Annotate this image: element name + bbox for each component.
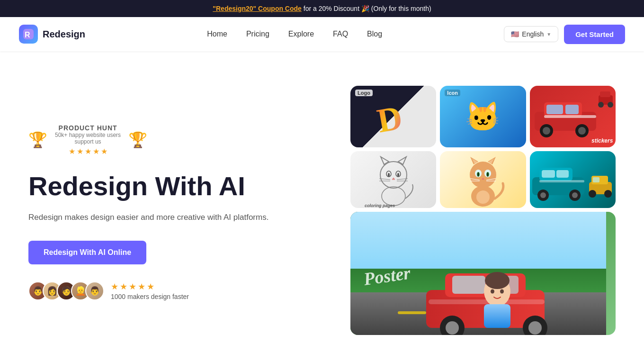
svg-point-48 xyxy=(476,190,490,204)
nav-pricing[interactable]: Pricing xyxy=(246,30,269,38)
navbar-right: 🇺🇸 English ▼ Get Started xyxy=(504,25,625,44)
images-top-row: Logo D xyxy=(350,86,616,147)
svg-point-29 xyxy=(382,187,405,206)
hero-left: 🏆 Product Hunt 50k+ happy website users … xyxy=(28,124,289,301)
svg-point-8 xyxy=(543,127,550,135)
svg-point-14 xyxy=(598,102,604,108)
cars-top-image: stickers xyxy=(530,86,616,147)
svg-rect-71 xyxy=(452,276,485,294)
language-selector[interactable]: 🇺🇸 English ▼ xyxy=(504,26,558,42)
svg-point-82 xyxy=(500,290,504,294)
wreath-left-icon: 🏆 xyxy=(28,132,47,147)
navbar: R Redesign Home Pricing Explore FAQ Blog… xyxy=(0,17,644,51)
ph-stars: ★ ★ ★ ★ ★ xyxy=(55,147,121,156)
cars-row2-image-card xyxy=(530,151,616,208)
logo-image: Logo D xyxy=(350,86,436,147)
social-proof-text: ★ ★ ★ ★ ★ 1000 makers design faster xyxy=(111,281,189,300)
nav-faq[interactable]: FAQ xyxy=(333,30,348,38)
maker-count: 1000 makers design faster xyxy=(111,293,189,300)
icon-image: Icon 🐱 xyxy=(440,86,526,147)
hero-images: Logo D xyxy=(350,86,616,339)
chevron-down-icon: ▼ xyxy=(546,32,551,37)
coupon-code: "Redesign20" Coupon Code xyxy=(213,5,302,12)
svg-point-15 xyxy=(608,102,613,108)
svg-text:R: R xyxy=(25,31,30,39)
svg-point-17 xyxy=(380,162,407,188)
hero-section: 🏆 Product Hunt 50k+ happy website users … xyxy=(0,51,644,362)
navbar-nav: Home Pricing Explore FAQ Blog xyxy=(207,30,382,38)
ph-support: support us xyxy=(55,138,121,145)
cars-row2-image xyxy=(530,151,616,208)
ph-title: Product Hunt xyxy=(55,124,121,132)
svg-rect-66 xyxy=(398,311,426,314)
ph-wreath: 🏆 Product Hunt 50k+ happy website users … xyxy=(28,124,147,156)
rating-stars: ★ ★ ★ ★ ★ xyxy=(111,281,189,292)
logo-text: Redesign xyxy=(43,29,85,40)
poster-image-card: Poster xyxy=(350,212,616,335)
svg-text:coloring pages: coloring pages xyxy=(365,203,395,208)
nav-home[interactable]: Home xyxy=(207,30,227,38)
svg-rect-60 xyxy=(593,177,599,182)
nav-blog[interactable]: Blog xyxy=(367,30,382,38)
svg-point-80 xyxy=(485,272,510,289)
nav-explore[interactable]: Explore xyxy=(288,30,314,38)
svg-point-62 xyxy=(604,190,612,198)
svg-rect-5 xyxy=(546,105,563,114)
svg-point-54 xyxy=(540,192,546,198)
svg-rect-13 xyxy=(600,91,610,97)
hero-subtitle: Redesign makes design easier and more cr… xyxy=(28,211,289,224)
svg-point-10 xyxy=(578,127,586,135)
logo-image-card: Logo D xyxy=(350,86,436,147)
coloring-image: coloring pages xyxy=(350,151,436,208)
svg-rect-52 xyxy=(556,170,569,178)
svg-rect-11 xyxy=(544,115,596,118)
hero-title: Redesign With AI xyxy=(28,171,289,201)
product-hunt-badge: 🏆 Product Hunt 50k+ happy website users … xyxy=(28,124,147,156)
svg-point-23 xyxy=(397,173,399,177)
images-middle-row: coloring pages xyxy=(350,151,616,208)
social-proof: 👨 👩 🧑 👱 👨 ★ ★ ★ ★ ★ 1000 makers design f… xyxy=(28,281,289,300)
logo-link[interactable]: R Redesign xyxy=(19,25,85,44)
lang-label: English xyxy=(522,30,544,38)
svg-point-40 xyxy=(478,172,479,176)
top-banner: "Redesign20" Coupon Code for a 20% Disco… xyxy=(0,0,644,17)
colored-cat-image xyxy=(440,151,526,208)
logo-label: Logo xyxy=(355,90,373,96)
wreath-right-icon: 🏆 xyxy=(128,132,147,147)
svg-rect-57 xyxy=(539,180,584,182)
svg-marker-24 xyxy=(392,178,395,180)
svg-point-31 xyxy=(470,162,496,188)
get-started-button[interactable]: Get Started xyxy=(564,25,625,44)
svg-point-41 xyxy=(487,172,488,176)
colored-cat-image-card xyxy=(440,151,526,208)
ph-subtitle: 50k+ happy website users xyxy=(55,132,121,138)
icon-image-card: Icon 🐱 xyxy=(440,86,526,147)
svg-point-61 xyxy=(589,190,596,198)
ph-text-block: Product Hunt 50k+ happy website users su… xyxy=(52,124,124,156)
svg-point-22 xyxy=(388,173,390,177)
avatar: 👨 xyxy=(85,281,104,300)
banner-message: for a 20% Discount 🎉 (Only for this mont… xyxy=(304,5,431,12)
image-grid: Logo D xyxy=(350,86,616,335)
logo-icon: R xyxy=(19,25,38,44)
avatar-group: 👨 👩 🧑 👱 👨 xyxy=(28,281,104,300)
svg-point-81 xyxy=(491,290,494,294)
svg-rect-51 xyxy=(542,170,555,178)
cars-top-image-card: stickers xyxy=(530,86,616,147)
hero-cta-button[interactable]: Redesign With AI Online xyxy=(28,241,146,264)
coloring-image-card: coloring pages xyxy=(350,151,436,208)
svg-rect-79 xyxy=(484,304,510,328)
svg-text:D: D xyxy=(375,99,405,136)
icon-label: Icon xyxy=(445,90,460,96)
svg-point-76 xyxy=(528,321,542,335)
flag-icon: 🇺🇸 xyxy=(511,30,519,38)
svg-rect-6 xyxy=(565,105,579,114)
cat-emoji: 🐱 xyxy=(465,100,501,134)
svg-point-74 xyxy=(446,321,459,335)
svg-text:stickers: stickers xyxy=(591,137,613,144)
svg-point-56 xyxy=(572,192,578,198)
